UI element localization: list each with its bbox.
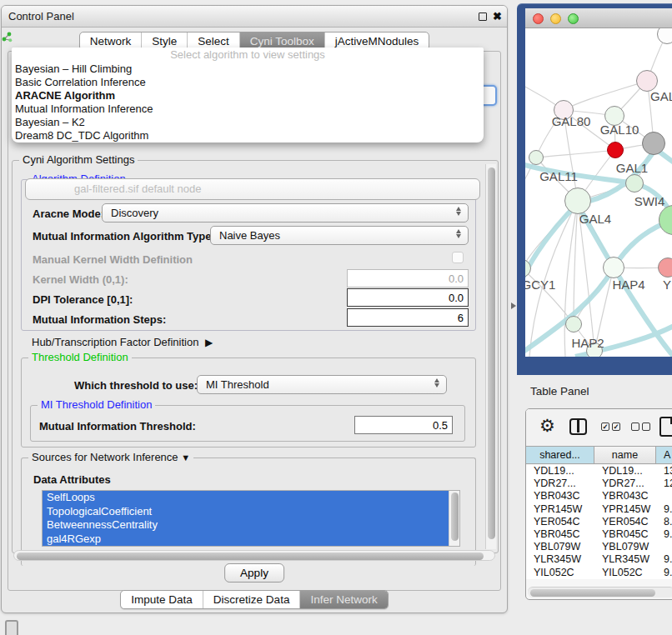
cell[interactable]: YPR145W [594,503,656,516]
cell[interactable]: YBR043C [526,490,594,502]
column-header-name[interactable]: name [594,447,656,463]
menu-item-bayesian-hill-climbing[interactable]: Bayesian – Hill Climbing [12,62,484,76]
cell[interactable]: 9. [656,503,672,516]
cell[interactable]: YER054C [526,516,594,528]
node-label-swi4: SWI4 [634,194,665,208]
cell[interactable]: YBR043C [594,490,656,502]
network-canvas[interactable]: GAL GAL80 GAL10 GAL1 GAL11 SWI4 GAL4 GCY… [525,28,672,357]
float-window-icon[interactable] [479,12,487,21]
cell[interactable]: YDR27... [526,478,594,490]
cell[interactable]: YLR345W [526,553,594,566]
stepper-arrows-icon [455,207,462,216]
cell[interactable]: YBL079W [526,541,594,553]
mi-threshold-field[interactable] [354,416,453,434]
traffic-light-close-icon[interactable] [533,13,544,24]
mi-threshold-definition-title: MI Threshold Definition [38,398,155,411]
network-node-gal1-red[interactable] [607,142,624,158]
algorithm-dropdown-placeholder: Select algorithm to view settings [12,48,484,62]
mi-steps-field[interactable] [347,308,469,327]
cell[interactable] [656,541,672,553]
table-row[interactable]: YER054C YER054C 8. [526,516,672,528]
cell[interactable]: 9. [656,528,672,541]
cell[interactable]: YBL079W [594,541,656,553]
cell[interactable]: YIL052C [594,567,656,579]
settings-horizontal-scrollbar[interactable] [13,550,495,561]
cell[interactable]: 13 [656,465,672,478]
which-threshold-combobox[interactable]: MI Threshold [197,375,447,394]
network-node-hap4[interactable] [603,257,624,278]
table-row[interactable]: YBR045C YBR045C 9. [526,528,672,541]
manual-kernel-width-checkbox[interactable] [452,252,464,263]
cell[interactable]: YER054C [594,516,656,528]
cell[interactable]: YDL19... [594,465,656,478]
deselect-columns-icon[interactable] [631,422,650,431]
cell[interactable]: YBR045C [526,528,594,541]
mi-algorithm-type-label: Mutual Information Algorithm Type: [33,230,215,242]
cell[interactable]: YIL052C [526,567,594,579]
tab-infer-network[interactable]: Infer Network [299,591,387,608]
table-row[interactable]: YIL052C YIL052C 9. [526,567,672,579]
column-header-shared[interactable]: shared... [526,447,594,463]
corner-grip-icon[interactable] [5,620,18,635]
network-node-salmon[interactable] [658,258,672,278]
cyni-algorithm-settings-title: Cyni Algorithm Settings [19,153,138,166]
cell[interactable]: YPR145W [526,503,594,516]
column-header-partial[interactable]: A [656,447,672,463]
menu-item-mutual-information[interactable]: Mutual Information Inference [12,102,484,116]
cell[interactable]: 9. [656,567,672,579]
network-node-gal4[interactable] [564,188,591,214]
table-row[interactable]: YDR27... YDR27... 12 [526,478,672,490]
table-row[interactable]: YLR345W YLR345W 9. [526,553,672,566]
apply-button[interactable]: Apply [224,563,284,582]
menu-item-dream8[interactable]: Dream8 DC_TDC Algorithm [12,129,484,142]
traffic-light-zoom-icon[interactable] [568,13,579,24]
traffic-light-minimize-icon[interactable] [550,13,561,24]
list-item[interactable]: gal4RGexp [43,532,459,547]
cell[interactable]: 9. [656,553,672,566]
table-row[interactable]: YPR145W YPR145W 9. [526,503,672,516]
table-row[interactable]: YDL19... YDL19... 13 [526,465,672,478]
network-node-gal11[interactable] [529,150,544,165]
split-view-icon[interactable] [569,418,587,435]
list-item[interactable]: TopologicalCoefficient [43,505,459,519]
table-horizontal-scrollbar[interactable] [528,587,672,598]
table-row[interactable]: YBR043C YBR043C [526,490,672,502]
cell[interactable]: YDR27... [594,478,656,490]
cell[interactable] [656,490,672,502]
kernel-width-field[interactable] [347,269,469,288]
window-title: Control Panel [8,6,74,28]
menu-item-basic-correlation[interactable]: Basic Correlation Inference [12,76,484,89]
settings-vertical-scrollbar[interactable] [485,164,496,549]
list-item[interactable]: BetweennessCentrality [43,518,459,532]
table-doc-icon[interactable] [659,417,672,437]
dpi-tolerance-field[interactable] [347,288,469,307]
collapse-arrow-icon: ▼ [181,452,190,462]
kernel-width-label: Kernel Width (0,1): [33,273,128,286]
table-row[interactable]: YBL079W YBL079W [526,541,672,553]
menu-item-bayesian-k2[interactable]: Bayesian – K2 [12,116,484,129]
node-label-gcy1: GCY1 [525,278,555,292]
close-icon[interactable]: ✖ [493,10,502,22]
cell[interactable]: YDL19... [526,465,594,478]
network-node-hap2[interactable] [565,316,582,332]
tab-discretize-data[interactable]: Discretize Data [203,591,300,608]
aracne-mode-combobox[interactable]: Discovery [102,203,469,222]
list-item[interactable]: SelfLoops [43,491,459,505]
tab-impute-data[interactable]: Impute Data [121,591,203,608]
cell[interactable]: YLR345W [594,553,656,566]
gear-icon[interactable]: ⚙ [539,416,555,436]
hub-definition-expander[interactable]: Hub/Transcription Factor Definition ▶ [32,336,209,348]
cell[interactable]: 8. [656,516,672,528]
cell[interactable]: 12 [656,478,672,490]
network-node-selected-gray[interactable] [642,132,665,155]
mi-algorithm-type-combobox[interactable]: Naive Bayes [210,226,469,245]
network-node-swi4[interactable] [625,174,644,192]
sources-title[interactable]: Sources for Network Inference ▼ [28,451,193,463]
splitter-arrow-icon[interactable] [511,302,516,309]
list-vertical-scrollbar[interactable] [449,491,459,547]
tab-cyni-toolbox-label: Cyni Toolbox [250,35,314,48]
menu-item-aracne[interactable]: ARACNE Algorithm [12,89,484,102]
data-table-combobox[interactable]: gal-filtered.sif default node [25,178,480,200]
select-columns-icon[interactable]: ✓✓ [601,422,620,431]
cell[interactable]: YBR045C [594,528,656,541]
